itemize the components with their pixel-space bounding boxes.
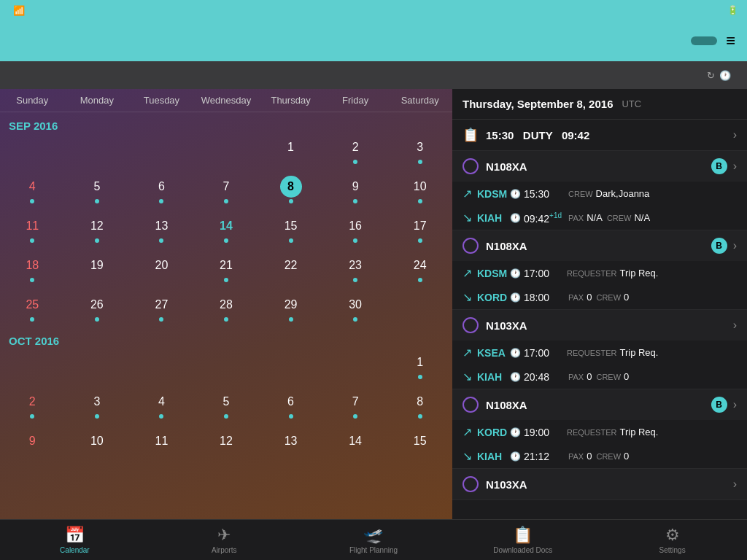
calendar-week: 18192021222324 [0, 252, 452, 291]
calendar-day[interactable]: 9 [0, 427, 65, 467]
calendar-day[interactable]: 20 [129, 252, 194, 291]
day-number: 12 [215, 430, 237, 452]
calendar-day[interactable]: 3 [65, 388, 130, 427]
calendar-day[interactable]: 6 [258, 388, 323, 427]
calendar-day[interactable]: 13 [129, 212, 194, 252]
calendar-body[interactable]: SEP 201612345678910111213141516171819202… [0, 112, 452, 519]
flight-time: 20:48 [524, 371, 564, 383]
calendar-day[interactable]: 24 [387, 252, 452, 291]
calendar-day[interactable]: 18 [0, 252, 65, 291]
calendar-day[interactable]: 1 [387, 349, 452, 388]
calendar-day[interactable]: 4 [0, 173, 65, 212]
menu-icon[interactable]: ≡ [726, 31, 735, 50]
empty-dot [159, 454, 163, 458]
calendar-day[interactable]: 11 [0, 212, 65, 252]
chevron-icon: › [733, 160, 737, 173]
calendar-day[interactable]: 19 [65, 252, 130, 291]
flight-row[interactable]: ↗KDSM🕐17:00REQUESTERTrip Req. [452, 261, 747, 285]
calendar-day[interactable]: 29 [258, 291, 323, 330]
calendar-day[interactable]: 2 [0, 388, 65, 427]
calendar-day[interactable]: 9 [323, 173, 388, 212]
month-button[interactable] [691, 36, 717, 45]
calendar-day[interactable]: 5 [194, 388, 259, 427]
calendar-icon: 📅 [65, 526, 85, 545]
calendar-day[interactable]: 5 [65, 173, 130, 212]
flight-row[interactable]: ↘KIAH🕐21:12PAX0CREW0 [452, 444, 747, 468]
flight-row[interactable]: ↗KDSM🕐15:30CREWDark,Joanna [452, 182, 747, 206]
event-dot [353, 238, 357, 243]
aircraft-row[interactable]: N103XA› [452, 310, 747, 341]
day-of-week-sunday: Sunday [0, 89, 65, 112]
calendar-day [194, 349, 259, 388]
tab-downloaded-docs[interactable]: 📋Downloaded Docs [448, 520, 597, 560]
calendar-day[interactable]: 14 [194, 212, 259, 252]
day-number [409, 294, 431, 316]
event-dot [95, 199, 99, 203]
calendar-day[interactable]: 22 [258, 252, 323, 291]
calendar-day[interactable]: 3 [387, 133, 452, 173]
flight-row[interactable]: ↘KORD🕐18:00PAX0CREW0 [452, 285, 747, 309]
calendar-day[interactable]: 23 [323, 252, 388, 291]
calendar-day[interactable]: 10 [387, 173, 452, 212]
calendar-day[interactable]: 16 [323, 212, 388, 252]
aircraft-row[interactable]: N108XAB› [452, 230, 747, 261]
event-dot [95, 238, 99, 243]
tab-airports[interactable]: ✈Airports [150, 520, 299, 560]
calendar-day[interactable]: 12 [65, 212, 130, 252]
calendar-day[interactable]: 27 [129, 291, 194, 330]
empty-dot [224, 454, 228, 458]
flight-row[interactable]: ↗KORD🕐19:00REQUESTERTrip Req. [452, 420, 747, 444]
calendar-day[interactable]: 10 [65, 427, 130, 467]
departure-icon: ↗ [462, 187, 477, 201]
calendar-day[interactable]: 12 [194, 427, 259, 467]
flight-time: 19:00 [524, 427, 564, 438]
calendar-day[interactable]: 8 [258, 173, 323, 212]
crew-name: Dark,Joanna [596, 188, 650, 199]
calendar-day[interactable]: 26 [65, 291, 130, 330]
duty-row[interactable]: 📋 15:30 DUTY 09:42 › [452, 120, 747, 151]
calendar-day[interactable]: 30 [323, 291, 388, 330]
calendar-day[interactable]: 1 [258, 133, 323, 173]
flight-row[interactable]: ↗KSEA🕐17:00REQUESTERTrip Req. [452, 341, 747, 365]
aircraft-tail: N108XA [486, 399, 711, 411]
day-of-week-friday: Friday [323, 89, 388, 112]
refresh-area[interactable]: ↻ 🕐 [707, 70, 735, 81]
day-number: 14 [344, 430, 366, 452]
calendar-day[interactable]: 25 [0, 291, 65, 330]
crew-label: CREW [568, 190, 593, 198]
calendar-day[interactable]: 21 [194, 252, 259, 291]
calendar-day[interactable]: 6 [129, 173, 194, 212]
calendar-day[interactable]: 2 [323, 133, 388, 173]
calendar-day[interactable]: 7 [323, 388, 388, 427]
day-number: 5 [215, 391, 237, 413]
aircraft-circle [462, 397, 479, 413]
aircraft-row[interactable]: N103XA› [452, 469, 747, 499]
calendar-day[interactable]: 28 [194, 291, 259, 330]
requester-label: REQUESTER [567, 349, 616, 357]
badge-b: B [711, 158, 727, 174]
day-number: 3 [409, 136, 431, 158]
calendar-day[interactable]: 15 [258, 212, 323, 252]
calendar-day[interactable]: 15 [387, 427, 452, 467]
calendar-day[interactable]: 7 [194, 173, 259, 212]
calendar-day[interactable]: 13 [258, 427, 323, 467]
refresh-icon[interactable]: ↻ [707, 70, 715, 81]
flight-row[interactable]: ↘KIAH🕐09:42+1dPAXN/ACREWN/A [452, 206, 747, 230]
aircraft-row[interactable]: N108XAB› [452, 389, 747, 420]
calendar-day[interactable]: 11 [129, 427, 194, 467]
flight-row[interactable]: ↘KIAH🕐20:48PAX0CREW0 [452, 365, 747, 389]
tab-flight-planning[interactable]: 🛫Flight Planning [299, 520, 449, 560]
event-dot [159, 414, 163, 419]
aircraft-row[interactable]: N108XAB› [452, 151, 747, 182]
calendar-day[interactable]: 14 [323, 427, 388, 467]
event-dot [289, 238, 293, 243]
calendar-day[interactable]: 17 [387, 212, 452, 252]
calendar-day[interactable]: 8 [387, 388, 452, 427]
tab-calendar[interactable]: 📅Calendar [0, 520, 150, 560]
calendar-day[interactable]: 4 [129, 388, 194, 427]
calendar-day [258, 349, 323, 388]
flight-time: 15:30 [524, 188, 564, 200]
tab-settings[interactable]: ⚙Settings [597, 520, 747, 560]
agenda-button[interactable] [670, 38, 682, 44]
detail-section[interactable]: Thursday, September 8, 2016 UTC 📋 15:30 … [452, 89, 747, 519]
